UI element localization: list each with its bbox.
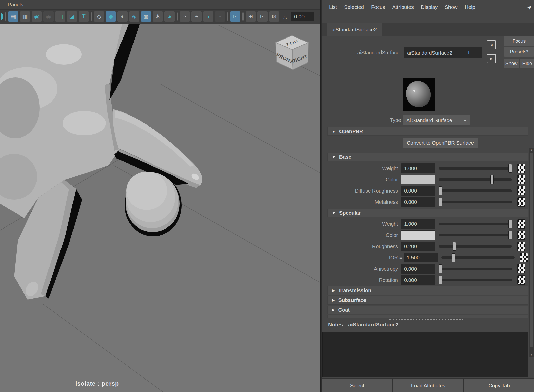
color-swatch[interactable] — [401, 175, 435, 184]
copy-tab-button[interactable]: Copy Tab — [464, 379, 534, 392]
shadows-icon[interactable]: ◕ — [164, 11, 175, 22]
scrollbar-thumb[interactable] — [530, 153, 533, 347]
slider-track[interactable] — [439, 268, 512, 270]
isolate-select-icon[interactable]: ⊡ — [230, 11, 240, 22]
menu-help[interactable]: Help — [461, 3, 479, 12]
tab-aistandardsurface2[interactable]: aiStandardSurface2 — [327, 23, 382, 36]
pane-snapshot-icon[interactable]: ⊠ — [269, 11, 279, 22]
xray-joints-icon[interactable]: ◖ — [203, 11, 213, 22]
slider-track[interactable] — [439, 201, 512, 203]
slider-handle[interactable] — [452, 253, 455, 262]
image-plane-icon[interactable]: ◪ — [67, 11, 77, 22]
map-texture-button[interactable] — [517, 175, 525, 184]
slider-handle[interactable] — [453, 242, 456, 251]
material-preview-swatch[interactable] — [403, 78, 435, 111]
map-texture-button[interactable] — [517, 264, 525, 273]
checker-textured-icon[interactable]: ◍ — [141, 11, 151, 22]
field-chart-icon[interactable]: ◫ — [55, 11, 65, 22]
connect-input-icon[interactable]: ◂ — [487, 40, 496, 49]
attribute-scrollbar[interactable]: ▲ ▼ — [529, 148, 534, 357]
textured-sphere-icon[interactable]: ◐ — [117, 11, 128, 22]
gate-mask-icon[interactable]: ◉ — [43, 11, 54, 22]
slider-handle[interactable] — [508, 231, 512, 239]
focus-button[interactable]: Focus — [504, 36, 534, 46]
map-texture-button[interactable] — [517, 219, 525, 229]
slider-track[interactable] — [439, 223, 512, 225]
node-name-input[interactable]: aiStandardSurface2 I — [404, 47, 482, 58]
hide-button[interactable]: Hide — [520, 59, 534, 68]
scroll-up-arrow[interactable]: ▲ — [529, 148, 534, 151]
value-field[interactable]: 1.000 — [401, 219, 435, 229]
resolution-gate-icon[interactable]: ◉ — [32, 11, 42, 22]
value-field[interactable]: 1.000 — [401, 163, 435, 173]
value-field[interactable]: 0.000 — [401, 186, 435, 196]
slider-handle[interactable] — [439, 264, 442, 273]
menu-selected[interactable]: Selected — [341, 3, 368, 12]
slider-track[interactable] — [439, 189, 512, 192]
pin-icon[interactable]: ➤ — [526, 3, 533, 11]
presets-button[interactable]: Presets* — [504, 47, 534, 57]
section-openpbr[interactable]: ▼ OpenPBR — [327, 127, 528, 136]
grid-layout-icon[interactable]: ▦ — [8, 11, 18, 22]
color-swatch[interactable] — [401, 230, 435, 240]
view-cube[interactable]: TOP FRONT RIGHT — [273, 34, 311, 73]
section-base[interactable]: ▼ Base — [327, 153, 528, 161]
slider-handle[interactable] — [508, 220, 512, 228]
value-field[interactable]: 0.000 — [401, 197, 435, 207]
lights-icon[interactable]: ☀ — [153, 11, 163, 22]
section-transmission[interactable]: ▶Transmission — [327, 286, 528, 295]
map-texture-button[interactable] — [517, 164, 525, 173]
section-subsurface[interactable]: ▶Subsurface — [327, 296, 528, 305]
menu-list[interactable]: List — [325, 3, 341, 12]
panel-splitter[interactable] — [320, 0, 322, 392]
map-texture-button[interactable] — [517, 275, 525, 285]
notes-textarea[interactable] — [322, 332, 528, 377]
slider-handle[interactable] — [439, 186, 442, 195]
panels-menu[interactable]: Panels — [0, 0, 320, 10]
map-texture-button[interactable] — [517, 242, 525, 251]
film-gate-icon[interactable]: ▥ — [20, 11, 30, 22]
xray-icon[interactable]: ◓ — [191, 11, 202, 22]
load-attributes-button[interactable]: Load Attributes — [393, 379, 463, 392]
menu-show[interactable]: Show — [441, 3, 461, 12]
pane-single-icon[interactable]: ⊡ — [257, 11, 268, 22]
hud-text-icon[interactable]: T — [79, 11, 89, 22]
slider-handle[interactable] — [439, 276, 442, 284]
slider-handle[interactable] — [490, 175, 494, 184]
section-specular[interactable]: ▼ Specular — [327, 209, 528, 217]
map-texture-button[interactable] — [517, 231, 525, 240]
notes-splitter-handle[interactable] — [389, 319, 463, 320]
connect-output-icon[interactable]: ▸ — [487, 54, 496, 63]
section-coat[interactable]: ▶Coat — [327, 306, 528, 314]
menu-attributes[interactable]: Attributes — [389, 3, 417, 12]
pane-layout-icon[interactable]: ⊞ — [246, 11, 256, 22]
slider-track[interactable] — [439, 279, 512, 281]
slider-track[interactable] — [439, 234, 512, 236]
map-texture-button[interactable] — [517, 186, 525, 195]
backdrop-icon[interactable]: ▪ — [215, 11, 225, 22]
slider-track[interactable] — [441, 256, 515, 259]
menu-display[interactable]: Display — [417, 3, 441, 12]
value-field[interactable]: 0.000 — [401, 264, 435, 274]
select-button[interactable]: Select — [322, 379, 392, 392]
value-field[interactable]: 0.200 — [401, 242, 435, 251]
value-field[interactable]: 1.500 — [404, 253, 438, 262]
value-field[interactable]: 0.000 — [401, 275, 435, 285]
smooth-shade-icon[interactable]: ◆ — [106, 11, 116, 22]
menu-focus[interactable]: Focus — [368, 3, 389, 12]
exposure-field[interactable]: 0.00 — [291, 12, 314, 21]
map-texture-button[interactable] — [517, 197, 525, 207]
slider-handle[interactable] — [508, 164, 512, 173]
slider-track[interactable] — [439, 245, 512, 248]
wireframe-on-shaded-icon[interactable]: ◈ — [129, 11, 139, 22]
ior-menu-icon[interactable]: ≡ — [399, 255, 402, 260]
map-texture-button[interactable] — [520, 253, 528, 262]
convert-openpbr-button[interactable]: Convert to OpenPBR Surface — [403, 138, 478, 148]
slider-track[interactable] — [439, 167, 512, 170]
default-material-icon[interactable]: ◔ — [180, 11, 190, 22]
slider-track[interactable] — [439, 178, 512, 181]
viewport-3d-canvas[interactable]: TOP FRONT RIGHT Isolate : persp — [0, 24, 320, 392]
type-dropdown[interactable]: Ai Standard Surface ▼ — [403, 115, 470, 125]
scroll-down-arrow[interactable]: ▼ — [529, 353, 534, 356]
wireframe-cube-icon[interactable]: ◇ — [94, 11, 104, 22]
